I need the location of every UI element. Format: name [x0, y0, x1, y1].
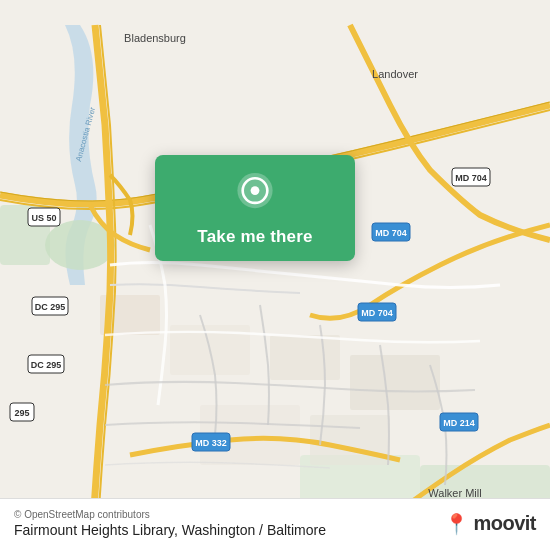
svg-text:US 50: US 50 [31, 213, 56, 223]
svg-text:MD 704: MD 704 [455, 173, 487, 183]
moovit-pin-icon: 📍 [444, 512, 469, 536]
svg-rect-6 [270, 335, 340, 380]
svg-point-34 [251, 186, 260, 195]
svg-text:MD 704: MD 704 [361, 308, 393, 318]
bottom-bar: © OpenStreetMap contributors Fairmount H… [0, 498, 550, 550]
bottom-left-info: © OpenStreetMap contributors Fairmount H… [14, 509, 326, 538]
svg-text:Landover: Landover [372, 68, 418, 80]
take-me-there-button[interactable]: Take me there [197, 227, 312, 247]
osm-attribution: © OpenStreetMap contributors [14, 509, 326, 520]
location-label: Fairmount Heights Library, Washington / … [14, 522, 326, 538]
svg-text:295: 295 [14, 408, 29, 418]
svg-text:MD 704: MD 704 [375, 228, 407, 238]
map-container: US 50 DC 295 DC 295 295 MD 704 MD 704 MD… [0, 0, 550, 550]
map-pin-icon [233, 173, 277, 217]
svg-text:DC 295: DC 295 [35, 302, 66, 312]
map-roads: US 50 DC 295 DC 295 295 MD 704 MD 704 MD… [0, 0, 550, 550]
svg-text:Bladensburg: Bladensburg [124, 32, 186, 44]
svg-text:MD 214: MD 214 [443, 418, 475, 428]
svg-text:MD 332: MD 332 [195, 438, 227, 448]
svg-text:DC 295: DC 295 [31, 360, 62, 370]
svg-rect-7 [350, 355, 440, 410]
location-card: Take me there [155, 155, 355, 261]
moovit-logo: 📍 moovit [444, 512, 536, 536]
moovit-brand-text: moovit [473, 512, 536, 535]
